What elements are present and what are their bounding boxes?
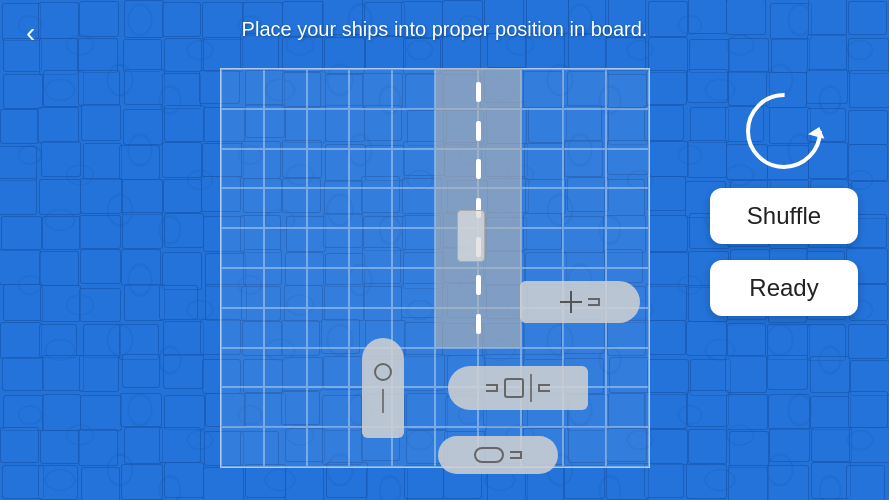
grid-cell[interactable]: [606, 69, 649, 109]
ship-horizontal-right[interactable]: [520, 281, 640, 323]
mosaic-cell: [649, 141, 689, 177]
grid-cell[interactable]: [349, 149, 392, 189]
grid-cell[interactable]: [264, 427, 307, 467]
grid-cell[interactable]: [606, 348, 649, 388]
grid-cell[interactable]: [349, 109, 392, 149]
grid-cell[interactable]: [563, 427, 606, 467]
grid-cell[interactable]: [307, 188, 350, 228]
mosaic-cell: [771, 38, 811, 73]
grid-cell[interactable]: [392, 308, 435, 348]
grid-cell[interactable]: [307, 427, 350, 467]
grid-cell[interactable]: [221, 69, 264, 109]
mosaic-cell: [769, 428, 809, 463]
road-dashes: [475, 68, 481, 348]
grid-cell[interactable]: [264, 268, 307, 308]
mosaic-cell: [83, 143, 122, 179]
mosaic-cell: [119, 145, 160, 180]
mosaic-cell: [688, 429, 726, 464]
grid-cell[interactable]: [264, 149, 307, 189]
grid-cell[interactable]: [264, 387, 307, 427]
mosaic-cell: [282, 36, 323, 72]
grid-cell[interactable]: [606, 109, 649, 149]
grid-cell[interactable]: [349, 69, 392, 109]
grid-cell[interactable]: [221, 228, 264, 268]
mosaic-cell: [686, 464, 727, 500]
grid-cell[interactable]: [221, 109, 264, 149]
mosaic-cell: [40, 285, 82, 322]
grid-cell[interactable]: [606, 387, 649, 427]
grid-cell[interactable]: [307, 149, 350, 189]
grid-cell[interactable]: [221, 387, 264, 427]
grid-cell[interactable]: [521, 228, 564, 268]
mosaic-cell: [164, 462, 204, 497]
grid-cell[interactable]: [606, 427, 649, 467]
grid-cell[interactable]: [264, 348, 307, 388]
grid-cell[interactable]: [307, 228, 350, 268]
grid-cell[interactable]: [392, 268, 435, 308]
shuffle-button[interactable]: Shuffle: [710, 188, 858, 244]
grid-cell[interactable]: [349, 188, 392, 228]
grid-cell[interactable]: [307, 308, 350, 348]
grid-cell[interactable]: [563, 69, 606, 109]
mosaic-cell: [0, 109, 39, 144]
mosaic-cell: [3, 395, 44, 431]
grid-cell[interactable]: [221, 308, 264, 348]
grid-cell[interactable]: [392, 228, 435, 268]
grid-cell[interactable]: [349, 228, 392, 268]
grid-cell[interactable]: [563, 228, 606, 268]
grid-cell[interactable]: [563, 188, 606, 228]
mosaic-cell: [163, 321, 204, 356]
mosaic-cell: [646, 70, 688, 105]
mosaic-cell: [159, 285, 198, 320]
mosaic-cell: [164, 105, 205, 142]
grid-cell[interactable]: [563, 149, 606, 189]
grid-cell[interactable]: [563, 109, 606, 149]
grid-cell[interactable]: [264, 228, 307, 268]
ship-pill[interactable]: [438, 436, 558, 474]
grid-cell[interactable]: [264, 69, 307, 109]
grid-cell[interactable]: [307, 69, 350, 109]
grid-cell[interactable]: [307, 348, 350, 388]
mosaic-cell: [42, 216, 81, 250]
mosaic-cell: [80, 395, 122, 431]
grid-cell[interactable]: [221, 188, 264, 228]
grid-cell[interactable]: [392, 188, 435, 228]
grid-cell[interactable]: [221, 427, 264, 467]
road-overlay: [435, 68, 521, 348]
grid-cell[interactable]: [221, 149, 264, 189]
mosaic-cell: [78, 70, 120, 106]
grid-cell[interactable]: [521, 188, 564, 228]
ship-circle-icon: [374, 363, 392, 381]
ship-horizontal-left[interactable]: [448, 366, 588, 410]
ship-vertical-circle[interactable]: [362, 338, 404, 438]
grid-cell[interactable]: [264, 109, 307, 149]
grid-cell[interactable]: [349, 268, 392, 308]
mosaic-cell: [162, 252, 202, 289]
grid-cell[interactable]: [606, 188, 649, 228]
rotate-button-container[interactable]: [743, 90, 825, 172]
grid-cell[interactable]: [264, 308, 307, 348]
grid-cell[interactable]: [606, 228, 649, 268]
grid-cell[interactable]: [392, 109, 435, 149]
grid-cell[interactable]: [521, 149, 564, 189]
mosaic-cell: [810, 396, 851, 430]
ship-single[interactable]: [457, 210, 485, 262]
grid-cell[interactable]: [221, 268, 264, 308]
grid-cell[interactable]: [521, 69, 564, 109]
grid-cell[interactable]: [264, 188, 307, 228]
grid-cell[interactable]: [221, 348, 264, 388]
grid-cell[interactable]: [606, 149, 649, 189]
road-dash: [476, 82, 481, 102]
grid-cell[interactable]: [521, 109, 564, 149]
mosaic-cell: [366, 467, 408, 500]
mosaic-cell: [123, 109, 163, 145]
grid-cell[interactable]: [307, 268, 350, 308]
grid-cell[interactable]: [392, 149, 435, 189]
grid-cell[interactable]: [392, 69, 435, 109]
mosaic-cell: [645, 284, 687, 321]
grid-cell[interactable]: [307, 387, 350, 427]
grid-cell[interactable]: [307, 109, 350, 149]
mosaic-cell: [83, 324, 122, 358]
road-dash: [476, 275, 481, 295]
ready-button[interactable]: Ready: [710, 260, 858, 316]
